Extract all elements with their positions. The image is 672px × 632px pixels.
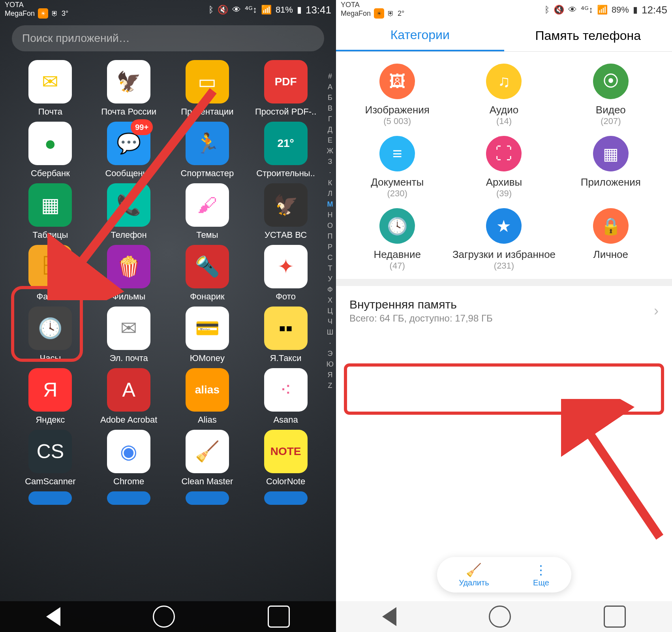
app-строительны-[interactable]: 21°Строительны..	[246, 122, 325, 179]
alpha-Э[interactable]: Э	[327, 348, 332, 359]
app-chrome[interactable]: ◉Chrome	[90, 430, 168, 487]
alpha-Z[interactable]: Z	[328, 380, 332, 391]
more-button[interactable]: ⋮ Еще	[533, 562, 549, 587]
alpha-М[interactable]: М	[327, 199, 333, 210]
alpha-Т[interactable]: Т	[328, 263, 332, 274]
tab-phone-memory[interactable]: Память телефона	[504, 20, 672, 51]
category-личное[interactable]: 🔒Личное	[557, 208, 664, 271]
carrier-2: MegaFon	[341, 10, 371, 17]
app-часы[interactable]: 🕓Часы	[11, 307, 90, 363]
app-сбербанк[interactable]: ●Сбербанк	[11, 122, 90, 179]
app-icon	[186, 491, 229, 505]
alpha-#[interactable]: #	[328, 71, 332, 82]
app-фильмы[interactable]: 🍿Фильмы	[90, 245, 168, 302]
alpha-У[interactable]: У	[328, 274, 332, 284]
category-недавние[interactable]: 🕓Недавние(47)	[344, 208, 451, 271]
app-файлы[interactable]: 🗄Файлы	[11, 245, 90, 302]
category-icon: ⦿	[593, 64, 629, 99]
alpha-Х[interactable]: Х	[328, 295, 332, 306]
app-презентации[interactable]: ▭Презентации	[168, 60, 247, 117]
alpha-А[interactable]: А	[328, 82, 332, 92]
category-загрузки-и-избранное[interactable]: ★Загрузки и избранное(231)	[451, 208, 557, 271]
app-label: Темы	[196, 230, 218, 240]
app-adobe-acrobat[interactable]: AAdobe Acrobat	[90, 368, 168, 425]
alpha-В[interactable]: В	[328, 103, 332, 114]
app-фото[interactable]: ✦Фото	[246, 245, 325, 302]
app-почта-россии[interactable]: 🦅Почта России	[90, 60, 168, 117]
phone-files-app: YOTA MegaFon ☀ ⛨ 2° ᛒ 🔇 👁 ⁴ᴳ↕ 📶 89% ▮ 12…	[336, 0, 672, 632]
category-документы[interactable]: ≡Документы(230)	[344, 136, 451, 199]
app-я-такси[interactable]: ▪▪Я.Такси	[246, 307, 325, 363]
alpha-Б[interactable]: Б	[328, 92, 332, 103]
nav-bar	[0, 601, 336, 632]
alpha-З[interactable]: З	[328, 156, 332, 167]
category-label: Недавние	[374, 248, 420, 261]
bluetooth-icon: ᛒ	[208, 5, 214, 15]
phone-app-drawer: YOTA MegaFon ☀ ⛨ 3° ᛒ 🔇 👁 ⁴ᴳ↕ 📶 81% ▮ 13…	[0, 0, 336, 632]
app-простой-pdf-[interactable]: PDFПростой PDF-..	[246, 60, 325, 117]
category-изображения[interactable]: 🖼Изображения(5 003)	[344, 64, 451, 126]
alpha-Я[interactable]: Я	[327, 370, 332, 380]
alpha-Ш[interactable]: Ш	[327, 327, 334, 338]
battery-icon: ▮	[297, 5, 302, 15]
category-видео[interactable]: ⦿Видео(207)	[557, 64, 664, 126]
app-colornote[interactable]: NOTEColorNote	[246, 430, 325, 487]
app-фонарик[interactable]: 🔦Фонарик	[168, 245, 247, 302]
alpha-Л[interactable]: Л	[328, 188, 332, 199]
alpha-Ф[interactable]: Ф	[327, 284, 333, 295]
carrier-1: YOTA	[5, 1, 68, 8]
category-архивы[interactable]: ⛶Архивы(39)	[451, 136, 557, 199]
alpha-Н[interactable]: Н	[327, 210, 332, 220]
nav-back[interactable]	[382, 607, 396, 626]
nav-recent[interactable]	[604, 606, 626, 628]
app-таблицы[interactable]: ▦Таблицы	[11, 183, 90, 240]
app-partial[interactable]	[11, 491, 90, 505]
alpha-Р[interactable]: Р	[328, 242, 332, 252]
alpha-·[interactable]: ·	[329, 167, 331, 178]
app-label: Часы	[40, 353, 61, 363]
alpha-Г[interactable]: Г	[328, 114, 332, 124]
alpha-Ж[interactable]: Ж	[327, 146, 334, 156]
nav-back[interactable]	[46, 607, 60, 626]
app-сообщения[interactable]: 💬99+Сообщения	[90, 122, 168, 179]
alpha-О[interactable]: О	[327, 220, 333, 231]
app-темы[interactable]: 🖌Темы	[168, 183, 247, 240]
app-asana[interactable]: ⁖Asana	[246, 368, 325, 425]
alpha-П[interactable]: П	[327, 231, 332, 242]
app-camscanner[interactable]: CSCamScanner	[11, 430, 90, 487]
app-почта[interactable]: ✉Почта	[11, 60, 90, 117]
alpha-Е[interactable]: Е	[328, 135, 332, 146]
category-icon: ♫	[486, 64, 522, 99]
app-clean-master[interactable]: 🧹Clean Master	[168, 430, 247, 487]
delete-button[interactable]: 🧹 Удалить	[459, 562, 489, 587]
alpha-С[interactable]: С	[327, 252, 332, 263]
app-icon: ✉	[28, 60, 72, 103]
nav-home[interactable]	[153, 606, 175, 628]
alpha-Ю[interactable]: Ю	[327, 359, 334, 370]
nav-home[interactable]	[489, 606, 511, 628]
search-input[interactable]: Поиск приложений…	[12, 25, 324, 51]
app-partial[interactable]	[90, 491, 168, 505]
internal-storage-row[interactable]: Внутренняя память Всего: 64 ГБ, доступно…	[341, 291, 667, 331]
category-аудио[interactable]: ♫Аудио(14)	[451, 64, 557, 126]
app-телефон[interactable]: 📞Телефон	[90, 183, 168, 240]
category-приложения[interactable]: ▦Приложения	[557, 136, 664, 199]
app-partial[interactable]	[246, 491, 325, 505]
app-юmoney[interactable]: 💳ЮMoney	[168, 307, 247, 363]
category-count: (207)	[601, 116, 621, 126]
tab-categories[interactable]: Категории	[336, 20, 504, 51]
nav-recent[interactable]	[268, 606, 290, 628]
app-эл-почта[interactable]: ✉Эл. почта	[90, 307, 168, 363]
app-яндекс[interactable]: ЯЯндекс	[11, 368, 90, 425]
highlight-storage	[344, 363, 664, 415]
app-partial[interactable]	[168, 491, 247, 505]
app-спортмастер[interactable]: 🏃Спортмастер	[168, 122, 247, 179]
alpha-К[interactable]: К	[328, 178, 332, 188]
app-alias[interactable]: aliasAlias	[168, 368, 247, 425]
alpha-Ч[interactable]: Ч	[328, 316, 332, 327]
alpha-Д[interactable]: Д	[328, 124, 332, 135]
alpha-Ц[interactable]: Ц	[327, 306, 332, 316]
app-устав-вс[interactable]: 🦅УСТАВ ВС	[246, 183, 325, 240]
alpha-index[interactable]: #АБВГДЕЖЗ·КЛМНОПРСТУФХЦЧШ·ЭЮЯZ	[327, 71, 334, 391]
alpha-·[interactable]: ·	[329, 338, 331, 348]
